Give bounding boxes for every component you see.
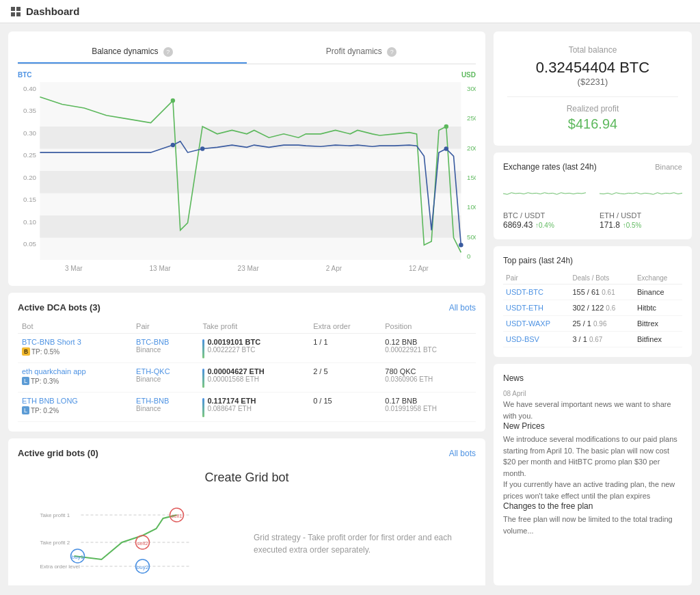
svg-text:0.40: 0.40 xyxy=(23,85,36,92)
grid-bots-title: Active grid bots (0) xyxy=(18,448,98,458)
col-bot: Bot xyxy=(18,319,132,334)
rate-pair-0: BTC / USDT xyxy=(503,211,586,220)
news-body-3: The free plan will now be limited to the… xyxy=(503,514,682,536)
svg-rect-2 xyxy=(40,171,461,194)
svg-point-22 xyxy=(459,243,463,248)
grid-all-bots-link[interactable]: All bots xyxy=(449,449,476,458)
exchange-rates-title: Exchange rates (last 24h) xyxy=(503,162,597,172)
dca-bots-title: Active DCA bots (3) xyxy=(18,302,100,313)
x-label-2: 13 Mar xyxy=(150,265,171,272)
sparkline-0 xyxy=(503,180,586,207)
grid-icon xyxy=(11,7,21,16)
sparkline-1 xyxy=(600,180,682,207)
realized-profit-label: Realized profit xyxy=(507,104,678,114)
grid-diagram-svg: Take profit 1 Take profit 2 Extra order … xyxy=(18,501,240,583)
bot-pair-cell: ETH-QKC Binance xyxy=(132,363,198,393)
top-pairs-row: USD-BSV 3 / 1 0.67 Bitfinex xyxy=(503,332,682,347)
news-headline-3: Changes to the free plan xyxy=(503,501,682,511)
chart-area: BTC USD 0.40 0.35 0.30 0.25 0.20 xyxy=(18,71,476,276)
news-title: News xyxy=(503,373,682,383)
news-headline-1: New Prices xyxy=(503,421,682,431)
grid-diagram: Take profit 1 Take profit 2 Extra order … xyxy=(18,501,240,585)
svg-text:0.35: 0.35 xyxy=(23,107,36,114)
x-label-4: 2 Apr xyxy=(326,265,342,272)
app-header: Dashboard xyxy=(0,0,700,23)
top-pairs-row: USDT-BTC 155 / 61 0.61 Binance xyxy=(503,285,682,300)
col-position: Position xyxy=(381,319,476,334)
x-label-3: 23 Mar xyxy=(238,265,259,272)
left-column: Balance dynamics ? Profit dynamics ? BTC… xyxy=(8,31,485,585)
bot-name-cell: ETH BNB LONG L TP: 0.2% xyxy=(18,393,132,422)
rate-price-1: 171.8 ↑0.5% xyxy=(600,220,682,230)
svg-rect-3 xyxy=(40,215,461,238)
dca-all-bots-link[interactable]: All bots xyxy=(449,303,476,313)
realized-profit-value: $416.94 xyxy=(507,116,678,132)
svg-text:sell2: sell2 xyxy=(137,540,148,546)
page-title: Dashboard xyxy=(26,5,79,17)
svg-text:3000: 3000 xyxy=(467,85,476,92)
svg-text:Take profit 1: Take profit 1 xyxy=(40,512,70,518)
top-pair-exchange: Bitfinex xyxy=(634,332,682,347)
top-pair-exchange: Bittrex xyxy=(634,316,682,332)
top-pairs-row: USDT-ETH 302 / 122 0.6 Hitbtc xyxy=(503,300,682,316)
chart-card: Balance dynamics ? Profit dynamics ? BTC… xyxy=(8,31,485,286)
tab-balance-dynamics[interactable]: Balance dynamics ? xyxy=(18,41,247,64)
svg-text:Extra order level: Extra order level xyxy=(40,564,80,570)
bot-position-cell: 0.12 BNB 0.00022921 BTC xyxy=(381,334,476,363)
svg-text:0.20: 0.20 xyxy=(23,174,36,181)
svg-point-24 xyxy=(444,124,448,129)
top-pair-name: USDT-ETH xyxy=(503,300,569,316)
top-pair-deals: 25 / 1 0.96 xyxy=(569,316,634,332)
top-pairs-row: USDT-WAXP 25 / 1 0.96 Bittrex xyxy=(503,316,682,332)
svg-text:2500: 2500 xyxy=(467,114,476,122)
col-pair: Pair xyxy=(132,319,198,334)
bot-extra-cell: 2 / 5 xyxy=(309,363,381,393)
bot-extra-cell: 0 / 15 xyxy=(309,393,381,422)
grid-description-text: Grid strategy - Take profit order for fi… xyxy=(254,531,476,556)
table-row: eth quarkchain app L TP: 0.3% ETH-QKC Bi… xyxy=(18,363,476,393)
create-grid-container: Take profit 1 Take profit 2 Extra order … xyxy=(18,488,476,585)
col-extra-order: Extra order xyxy=(309,319,381,334)
col-take-profit: Take profit xyxy=(198,319,309,334)
svg-text:0.30: 0.30 xyxy=(23,129,36,137)
btc-balance: 0.32454404 BTC xyxy=(507,59,678,77)
y-label-right: USD xyxy=(461,71,476,79)
svg-text:sell1: sell1 xyxy=(171,513,183,519)
exchange-rates-source: Binance xyxy=(655,163,682,171)
bot-position-cell: 780 QKC 0.0360906 ETH xyxy=(381,363,476,393)
svg-text:1000: 1000 xyxy=(467,203,476,211)
grid-description: Grid strategy - Take profit order for fi… xyxy=(254,531,476,556)
x-axis: 3 Mar 13 Mar 23 Mar 2 Apr 12 Apr xyxy=(18,265,476,272)
balance-help-icon[interactable]: ? xyxy=(163,47,173,57)
svg-point-19 xyxy=(171,143,175,148)
svg-text:Take profit 2: Take profit 2 xyxy=(40,540,70,546)
top-pair-name: USD-BSV xyxy=(503,332,569,347)
top-pair-exchange: Hitbtc xyxy=(634,300,682,316)
rate-item-0: BTC / USDT 6869.43 ↑0.4% xyxy=(503,180,586,230)
svg-text:0.15: 0.15 xyxy=(23,196,36,203)
dca-bots-table: Bot Pair Take profit Extra order Positio… xyxy=(18,319,476,422)
news-body-2: If you currently have an active trading … xyxy=(503,479,682,501)
dca-bots-header: Active DCA bots (3) All bots xyxy=(18,302,476,313)
x-label-1: 3 Mar xyxy=(65,265,83,272)
create-grid-title: Create Grid bot xyxy=(204,471,288,484)
total-balance-label: Total balance xyxy=(507,45,678,55)
rate-pair-1: ETH / USDT xyxy=(600,211,682,220)
bot-name-cell: BTC-BNB Short 3 B TP: 0.5% xyxy=(18,334,132,363)
top-pair-name: USDT-BTC xyxy=(503,285,569,300)
bot-position-cell: 0.17 BNB 0.01991958 ETH xyxy=(381,393,476,422)
tab-profit-dynamics[interactable]: Profit dynamics ? xyxy=(247,41,476,64)
top-pair-deals: 302 / 122 0.6 xyxy=(569,300,634,316)
bot-tp-cell: 0.00004627 ETH 0.00001568 ETH xyxy=(198,363,309,393)
col-deals: Deals / Bots xyxy=(569,272,634,285)
dca-bots-card: Active DCA bots (3) All bots Bot Pair Ta… xyxy=(8,293,485,432)
news-body-0: We have several important news we want t… xyxy=(503,399,682,421)
profit-help-icon[interactable]: ? xyxy=(387,47,396,57)
top-pair-deals: 3 / 1 0.67 xyxy=(569,332,634,347)
svg-point-23 xyxy=(171,98,175,103)
news-date-0: 08 April xyxy=(503,390,682,397)
bot-extra-cell: 1 / 1 xyxy=(309,334,381,363)
top-pairs-table: Pair Deals / Bots Exchange USDT-BTC 155 … xyxy=(503,272,682,347)
top-pair-deals: 155 / 61 0.61 xyxy=(569,285,634,300)
rate-price-0: 6869.43 ↑0.4% xyxy=(503,220,586,230)
